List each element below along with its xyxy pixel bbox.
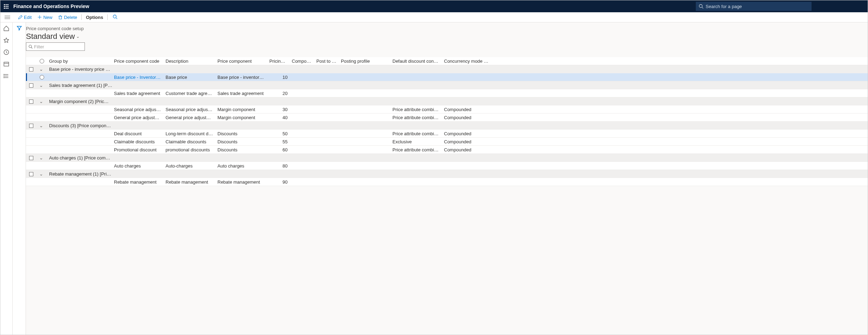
global-search-input[interactable] xyxy=(706,4,809,9)
table-row[interactable]: Promotional discountpromotional discount… xyxy=(26,146,868,154)
cell-code[interactable]: Base price - Inventory price xyxy=(112,75,163,80)
cell-code: Promotional discount xyxy=(112,147,163,152)
col-component[interactable]: Price component xyxy=(215,59,267,64)
nav-toggle-icon[interactable] xyxy=(4,16,11,19)
svg-point-0 xyxy=(699,5,702,8)
cell-component: Discounts xyxy=(215,147,267,152)
cell-mode: Compounded xyxy=(442,115,493,120)
group-checkbox[interactable] xyxy=(29,172,33,176)
table-row[interactable]: Auto chargesAuto-chargesAuto charges80 xyxy=(26,162,868,170)
col-sequence[interactable]: Pricing seq… xyxy=(267,59,290,64)
cell-sequence: 10 xyxy=(267,75,290,80)
table-row[interactable]: Rebate managementRebate managementRebate… xyxy=(26,178,868,186)
group-label: Sales trade agreement (1) [P… xyxy=(47,83,868,88)
svg-point-15 xyxy=(4,74,4,75)
search-icon xyxy=(28,45,33,49)
group-checkbox[interactable] xyxy=(29,124,33,128)
cell-description: Customer trade agreeme… xyxy=(163,91,215,96)
cell-sequence: 55 xyxy=(267,139,290,144)
group-label: Discounts (3) [Price compon… xyxy=(47,123,868,128)
chevron-down-icon[interactable]: ⌄ xyxy=(39,171,43,177)
cell-description: Rebate management xyxy=(163,179,215,185)
home-icon[interactable] xyxy=(3,25,9,32)
modules-icon[interactable] xyxy=(3,73,9,79)
group-checkbox[interactable] xyxy=(29,67,33,71)
col-concurrency[interactable]: Default discount concurren… xyxy=(390,59,442,64)
group-label: Base price - inventory price … xyxy=(47,67,868,72)
group-checkbox[interactable] xyxy=(29,156,33,160)
col-profile[interactable]: Posting profile xyxy=(339,59,390,64)
chevron-down-icon[interactable]: ⌄ xyxy=(39,155,43,160)
group-row[interactable]: ⌄Margin component (2) [Pric… xyxy=(26,97,868,105)
cell-component: Sales trade agreement xyxy=(215,91,267,96)
cell-code: Claimable discounts xyxy=(112,139,163,144)
cell-code: General price adjustment xyxy=(112,115,163,120)
divider xyxy=(81,14,82,20)
pencil-icon xyxy=(18,15,23,20)
cell-mode: Compounded xyxy=(442,139,493,144)
chevron-down-icon[interactable]: ⌄ xyxy=(39,83,43,88)
group-checkbox[interactable] xyxy=(29,83,33,88)
recent-icon[interactable] xyxy=(3,49,9,55)
cell-sequence: 20 xyxy=(267,91,290,96)
waffle-icon[interactable] xyxy=(4,4,8,9)
chevron-down-icon[interactable]: ⌄ xyxy=(39,99,43,104)
chevron-down-icon[interactable]: ⌄ xyxy=(39,123,43,128)
cell-sequence: 60 xyxy=(267,147,290,152)
row-radio[interactable] xyxy=(40,75,44,80)
select-all-radio[interactable] xyxy=(40,59,44,63)
svg-rect-4 xyxy=(59,16,62,19)
global-search[interactable] xyxy=(696,2,812,11)
workspace-icon[interactable] xyxy=(3,61,9,67)
new-button[interactable]: New xyxy=(34,14,55,21)
cell-code: Sales trade agreement xyxy=(112,91,163,96)
chevron-down-icon[interactable]: ⌄ xyxy=(39,67,43,72)
col-compound[interactable]: Compound xyxy=(290,59,314,64)
view-selector[interactable]: Standard view ⌄ xyxy=(26,32,868,41)
table-row[interactable]: Claimable discountsClaimable discountsDi… xyxy=(26,138,868,146)
breadcrumb: Price component code setup xyxy=(26,26,84,31)
options-button[interactable]: Options xyxy=(83,14,106,21)
cell-description: Seasonal price adjustment xyxy=(163,107,215,112)
svg-line-1 xyxy=(702,7,704,9)
group-label: Rebate management (1) [Pri… xyxy=(47,171,868,177)
group-row[interactable]: ⌄Auto charges (1) [Price com… xyxy=(26,154,868,162)
grid-filter[interactable] xyxy=(26,42,85,51)
col-code[interactable]: Price component code xyxy=(112,59,163,64)
group-row[interactable]: ⌄Discounts (3) [Price compon… xyxy=(26,122,868,130)
group-row[interactable]: ⌄Sales trade agreement (1) [P… xyxy=(26,81,868,89)
star-icon[interactable] xyxy=(3,37,9,43)
cell-code: Deal discount xyxy=(112,131,163,136)
cell-description: promotional discounts xyxy=(163,147,215,152)
cell-concurrency: Price attribute combinatio… xyxy=(390,107,442,112)
cell-sequence: 90 xyxy=(267,179,290,185)
grid-filter-input[interactable] xyxy=(34,44,82,49)
action-search-button[interactable] xyxy=(109,14,121,21)
new-label: New xyxy=(43,15,52,20)
edit-button[interactable]: Edit xyxy=(15,14,34,21)
cell-description: Claimable discounts xyxy=(163,139,215,144)
cell-code: Seasonal price adjustment xyxy=(112,107,163,112)
table-row[interactable]: Sales trade agreementCustomer trade agre… xyxy=(26,89,868,97)
search-icon xyxy=(699,4,704,9)
app-title: Finance and Operations Preview xyxy=(13,4,89,9)
table-row[interactable]: Seasonal price adjustmentSeasonal price … xyxy=(26,105,868,114)
svg-point-17 xyxy=(4,77,4,78)
cell-concurrency: Price attribute combinatio… xyxy=(390,115,442,120)
group-row[interactable]: ⌄Rebate management (1) [Pri… xyxy=(26,170,868,178)
table-row[interactable]: Deal discountLong-term discount dealDisc… xyxy=(26,130,868,138)
col-description[interactable]: Description xyxy=(163,59,215,64)
table-row[interactable]: Base price - Inventory priceBase priceBa… xyxy=(26,73,868,81)
filter-pane-icon[interactable] xyxy=(16,25,22,31)
col-group-by[interactable]: Group by xyxy=(47,59,112,64)
col-post-to[interactable]: Post to Pri… xyxy=(314,59,339,64)
col-mode[interactable]: Concurrency mode … xyxy=(442,59,493,64)
table-row[interactable]: General price adjustmentGeneral price ad… xyxy=(26,114,868,122)
cell-mode: Compounded xyxy=(442,107,493,112)
plus-icon xyxy=(37,15,42,20)
delete-button[interactable]: Delete xyxy=(55,14,80,21)
group-checkbox[interactable] xyxy=(29,100,33,104)
cell-sequence: 80 xyxy=(267,163,290,169)
group-row[interactable]: ⌄Base price - inventory price … xyxy=(26,65,868,73)
data-grid: Group by Price component code Descriptio… xyxy=(26,57,868,186)
